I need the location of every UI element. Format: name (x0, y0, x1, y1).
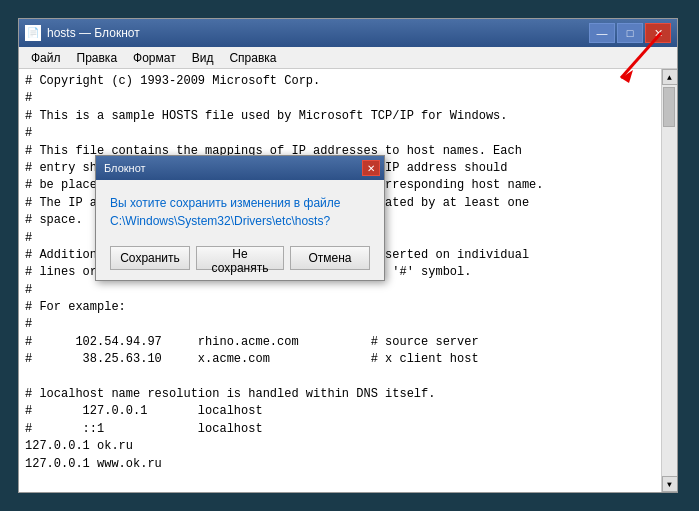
minimize-button[interactable]: — (589, 23, 615, 43)
window-title: hosts — Блокнот (47, 26, 140, 40)
scrollbar[interactable]: ▲ ▼ (661, 69, 677, 492)
dialog-title: Блокнот (104, 162, 146, 174)
menu-file[interactable]: Файл (23, 49, 69, 67)
dialog-body: Вы хотите сохранить изменения в файле C:… (96, 180, 384, 280)
cancel-button[interactable]: Отмена (290, 246, 370, 270)
title-bar-buttons: — □ ✕ (589, 23, 671, 43)
save-button[interactable]: Сохранить (110, 246, 190, 270)
scrollbar-track[interactable] (662, 85, 677, 476)
dialog-close-button[interactable]: ✕ (362, 160, 380, 176)
dialog-message: Вы хотите сохранить изменения в файле C:… (110, 194, 370, 230)
menu-edit[interactable]: Правка (69, 49, 126, 67)
dialog-title-bar: Блокнот ✕ (96, 156, 384, 180)
dialog-message-line1: Вы хотите сохранить изменения в файле (110, 196, 340, 210)
menu-view[interactable]: Вид (184, 49, 222, 67)
title-bar-left: 📄 hosts — Блокнот (25, 25, 140, 41)
title-bar: 📄 hosts — Блокнот — □ ✕ (19, 19, 677, 47)
notepad-icon: 📄 (25, 25, 41, 41)
close-button[interactable]: ✕ (645, 23, 671, 43)
dialog-buttons: Сохранить Не сохранять Отмена (110, 246, 370, 270)
menu-help[interactable]: Справка (221, 49, 284, 67)
scrollbar-thumb[interactable] (663, 87, 675, 127)
menu-bar: Файл Правка Формат Вид Справка (19, 47, 677, 69)
save-dialog: Блокнот ✕ Вы хотите сохранить изменения … (95, 155, 385, 281)
maximize-button[interactable]: □ (617, 23, 643, 43)
dont-save-button[interactable]: Не сохранять (196, 246, 284, 270)
scroll-down-button[interactable]: ▼ (662, 476, 678, 492)
dialog-message-line2: C:\Windows\System32\Drivers\etc\hosts? (110, 214, 330, 228)
scroll-up-button[interactable]: ▲ (662, 69, 678, 85)
menu-format[interactable]: Формат (125, 49, 184, 67)
